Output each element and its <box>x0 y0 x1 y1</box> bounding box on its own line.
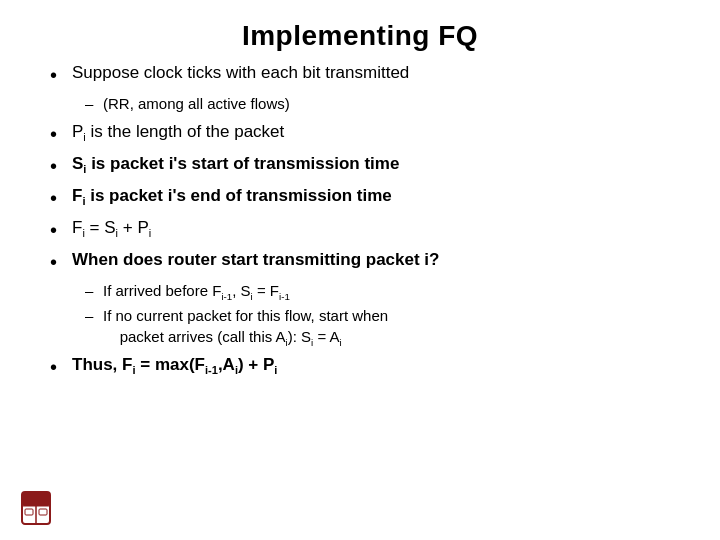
bullet-fi: • Fi is packet i's end of transmission t… <box>50 185 680 211</box>
sub-note-rr: – (RR, among all active flows) <box>85 94 680 114</box>
bullet-dot-1: • <box>50 62 72 88</box>
bullet-dot-when: • <box>50 249 72 275</box>
sub-dash-nocurrent: – <box>85 306 103 326</box>
bullet-clock-text: Suppose clock ticks with each bit transm… <box>72 62 409 85</box>
bullet-fi-text: Fi is packet i's end of transmission tim… <box>72 185 392 209</box>
bullet-si-text: Si is packet i's start of transmission t… <box>72 153 399 177</box>
bullet-dot-si: • <box>50 153 72 179</box>
svg-rect-1 <box>22 492 50 506</box>
bullet-clock: • Suppose clock ticks with each bit tran… <box>50 62 680 88</box>
bullet-dot-fi-eq: • <box>50 217 72 243</box>
bullet-dot-thus: • <box>50 354 72 380</box>
svg-rect-4 <box>25 509 33 515</box>
bullet-thus-text: Thus, Fi = max(Fi-1,Ai) + Pi <box>72 354 277 378</box>
bullet-pi: • Pi is the length of the packet <box>50 121 680 147</box>
slide-content: • Suppose clock ticks with each bit tran… <box>40 62 680 380</box>
bullet-dot-fi: • <box>50 185 72 211</box>
bullet-thus: • Thus, Fi = max(Fi-1,Ai) + Pi <box>50 354 680 380</box>
university-logo <box>18 490 54 526</box>
bullet-dot-pi: • <box>50 121 72 147</box>
bullet-pi-text: Pi is the length of the packet <box>72 121 284 145</box>
sub-dash-arrived: – <box>85 281 103 301</box>
bullet-when-text: When does router start transmitting pack… <box>72 249 439 272</box>
svg-rect-5 <box>39 509 47 515</box>
sub-dash-rr: – <box>85 94 103 114</box>
sub-text-nocurrent: If no current packet for this flow, star… <box>103 306 388 348</box>
bullet-when: • When does router start transmitting pa… <box>50 249 680 275</box>
slide-title: Implementing FQ <box>40 20 680 52</box>
bullet-fi-eq: • Fi = Si + Pi <box>50 217 680 243</box>
bullet-fi-eq-text: Fi = Si + Pi <box>72 217 151 241</box>
sub-text-rr: (RR, among all active flows) <box>103 94 290 114</box>
bullet-si: • Si is packet i's start of transmission… <box>50 153 680 179</box>
slide: Implementing FQ • Suppose clock ticks wi… <box>0 0 720 540</box>
sub-note-arrived: – If arrived before Fi-1, Si = Fi-1 <box>85 281 680 303</box>
sub-note-nocurrent: – If no current packet for this flow, st… <box>85 306 680 348</box>
sub-text-arrived: If arrived before Fi-1, Si = Fi-1 <box>103 281 290 303</box>
